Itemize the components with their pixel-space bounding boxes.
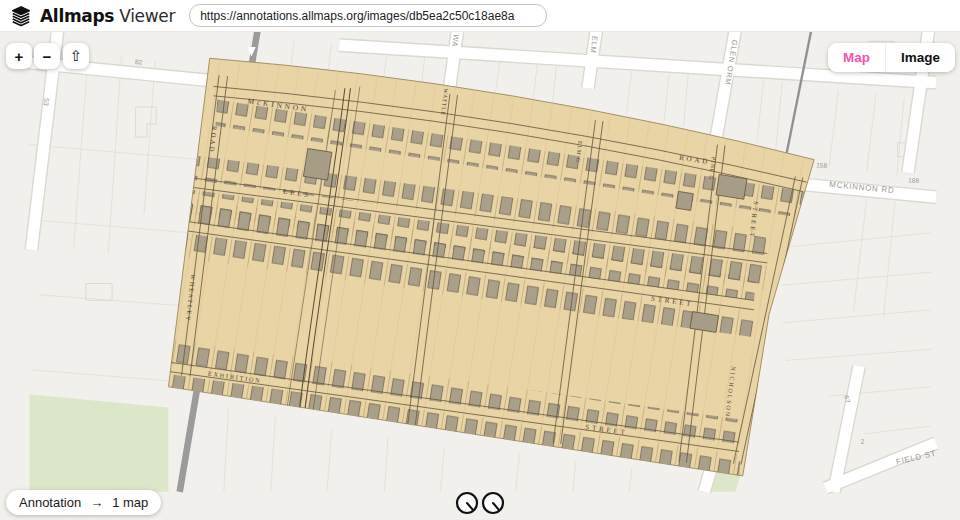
svg-text:82: 82	[135, 58, 143, 66]
allmaps-viewer-window: Allmaps Viewer	[0, 0, 960, 520]
map-toggle-label: Map	[843, 50, 870, 65]
app-title-bold: Allmaps	[40, 6, 114, 26]
map-toggle-button[interactable]: Map	[828, 43, 885, 72]
zoom-in-button[interactable]: +	[6, 43, 32, 69]
saturation-dial-button[interactable]	[481, 491, 505, 515]
plus-icon: +	[15, 48, 24, 65]
minus-icon: −	[43, 48, 52, 65]
svg-text:53: 53	[42, 98, 50, 107]
svg-text:WA: WA	[450, 34, 461, 48]
image-toggle-label: Image	[901, 50, 940, 65]
annotation-status-pill[interactable]: Annotation → 1 map	[6, 490, 161, 515]
app-title-light: Viewer	[119, 6, 175, 26]
annotation-label: Annotation	[19, 495, 81, 510]
top-bar: Allmaps Viewer	[0, 0, 960, 32]
map-canvas[interactable]: MCKINNON RD FIELD ST ELM GLEN ORM WA STA…	[0, 32, 960, 520]
zoom-out-button[interactable]: −	[34, 43, 60, 69]
arrow-icon: →	[90, 495, 103, 510]
svg-text:168: 168	[908, 176, 920, 184]
opacity-dial-button[interactable]	[455, 491, 479, 515]
home-arrow-icon: ⇧	[70, 47, 83, 65]
reset-view-button[interactable]: ⇧	[63, 43, 89, 69]
allmaps-logo-icon	[10, 5, 32, 27]
dial-icon	[455, 491, 479, 515]
map-count: 1 map	[112, 495, 148, 510]
dial-icon	[481, 491, 505, 515]
map-image-toggle: Map Image	[828, 43, 955, 72]
image-toggle-button[interactable]: Image	[886, 43, 955, 72]
app-title: Allmaps Viewer	[40, 6, 175, 26]
map-viewport[interactable]: MCKINNON RD FIELD ST ELM GLEN ORM WA STA…	[0, 32, 960, 520]
annotation-url-input[interactable]	[189, 4, 547, 27]
svg-text:158: 158	[816, 161, 828, 169]
